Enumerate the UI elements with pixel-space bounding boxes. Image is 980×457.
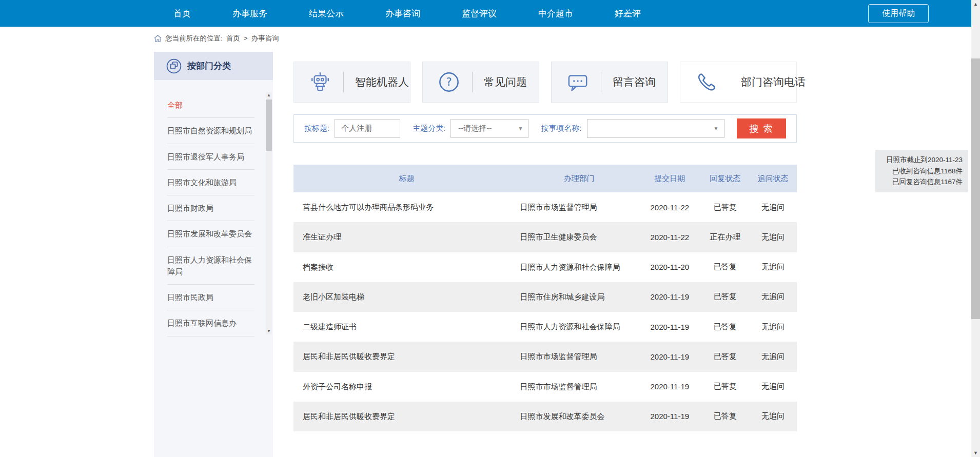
sidebar-item-6[interactable]: 日照市人力资源和社会保障局 <box>167 247 254 285</box>
cell-date: 2020-11-20 <box>638 254 701 280</box>
cell-reply: 已答复 <box>701 373 749 400</box>
nav-item-4[interactable]: 监督评议 <box>462 8 497 19</box>
table-row-2[interactable]: 档案接收日照市人力资源和社会保障局2020-11-20已答复无追问 <box>293 252 797 282</box>
cell-date: 2020-11-19 <box>638 404 701 429</box>
sidebar-item-0[interactable]: 全部 <box>167 92 254 118</box>
cell-follow: 无追问 <box>749 284 797 310</box>
topic-select-value: --请选择-- <box>458 124 492 133</box>
cell-reply: 已答复 <box>701 314 749 340</box>
page-scrollbar-thumb[interactable] <box>971 58 980 319</box>
scroll-down-icon[interactable]: ▼ <box>971 449 980 457</box>
quick-link-message[interactable]: 留言咨询 <box>551 62 668 103</box>
cell-date: 2020-11-22 <box>638 225 701 250</box>
quick-link-phone[interactable]: 部门咨询电话 <box>680 62 797 103</box>
chevron-down-icon: ▼ <box>518 126 523 131</box>
column-header-4: 追问状态 <box>749 174 797 184</box>
breadcrumb-current: 办事咨询 <box>251 34 279 43</box>
cell-reply: 正在办理 <box>701 224 749 250</box>
cell-follow: 无追问 <box>749 194 797 221</box>
cell-title[interactable]: 准生证办理 <box>293 222 520 252</box>
stats-line-replied: 已回复咨询信息1167件 <box>881 176 963 188</box>
quick-link-label: 部门咨询电话 <box>741 75 806 89</box>
stats-box: 日照市截止到2020-11-23 已收到咨询信息1168件 已回复咨询信息116… <box>875 150 968 192</box>
sidebar-scrollbar[interactable]: ▲ ▼ <box>266 92 272 334</box>
stats-line-date: 日照市截止到2020-11-23 <box>881 154 963 166</box>
cell-dept: 日照市市场监督管理局 <box>520 372 638 402</box>
cell-reply: 已答复 <box>701 403 749 429</box>
table-row-6[interactable]: 外资子公司名称申报日照市市场监督管理局2020-11-19已答复无追问 <box>293 372 797 402</box>
divider <box>601 72 601 92</box>
title-search-input[interactable] <box>335 119 400 138</box>
item-name-label: 按事项名称: <box>541 124 581 133</box>
nav-item-6[interactable]: 好差评 <box>615 8 641 19</box>
cell-title[interactable]: 二级建造师证书 <box>293 312 520 342</box>
cell-follow: 无追问 <box>749 403 797 429</box>
svg-text:?: ? <box>446 76 452 88</box>
sidebar-item-4[interactable]: 日照市财政局 <box>167 195 254 221</box>
search-button[interactable]: 搜 索 <box>737 118 786 138</box>
sidebar-title: 按部门分类 <box>187 60 231 72</box>
sidebar-item-3[interactable]: 日照市文化和旅游局 <box>167 170 254 195</box>
table-row-0[interactable]: 莒县什么地方可以办理商品条形码业务日照市市场监督管理局2020-11-22已答复… <box>293 192 797 222</box>
table-row-1[interactable]: 准生证办理日照市卫生健康委员会2020-11-22正在办理无追问 <box>293 222 797 252</box>
nav-item-3[interactable]: 办事咨询 <box>385 8 420 19</box>
nav-item-1[interactable]: 办事服务 <box>232 8 267 19</box>
cell-title[interactable]: 居民和非居民供暖收费界定 <box>293 342 520 371</box>
page-scrollbar[interactable]: ▲ ▼ <box>971 0 980 457</box>
cell-reply: 已答复 <box>701 194 749 221</box>
breadcrumb-prefix: 您当前所在的位置: <box>165 34 223 43</box>
cell-reply: 已答复 <box>701 284 749 310</box>
table-row-5[interactable]: 居民和非居民供暖收费界定日照市市场监督管理局2020-11-19已答复无追问 <box>293 342 797 371</box>
category-icon <box>166 58 182 74</box>
cell-dept: 日照市人力资源和社会保障局 <box>520 312 638 342</box>
sidebar-scroll-up-icon[interactable]: ▲ <box>266 92 272 98</box>
column-header-1: 办理部门 <box>520 174 638 184</box>
cell-reply: 已答复 <box>701 254 749 280</box>
table-row-7[interactable]: 居民和非居民供暖收费界定日照市发展和改革委员会2020-11-19已答复无追问 <box>293 402 797 431</box>
cell-title[interactable]: 老旧小区加装电梯 <box>293 282 520 312</box>
nav-item-2[interactable]: 结果公示 <box>309 8 344 19</box>
quick-link-smart-robot[interactable]: 智能机器人 <box>293 62 410 103</box>
nav-item-0[interactable]: 首页 <box>173 8 191 19</box>
cell-follow: 无追问 <box>749 373 797 400</box>
search-bar: 按标题: 主题分类: --请选择-- ▼ 按事项名称: ▼ 搜 索 <box>293 114 797 143</box>
cell-reply: 已答复 <box>701 344 749 370</box>
sidebar-item-1[interactable]: 日照市自然资源和规划局 <box>167 118 254 144</box>
cell-title[interactable]: 档案接收 <box>293 252 520 282</box>
cell-dept: 日照市市场监督管理局 <box>520 342 638 371</box>
nav-menu: 首页办事服务结果公示办事咨询监督评议中介超市好差评 <box>0 8 641 19</box>
cell-dept: 日照市卫生健康委员会 <box>520 222 638 252</box>
nav-item-5[interactable]: 中介超市 <box>538 8 573 19</box>
divider <box>472 72 473 92</box>
main-content: 智能机器人 ? 常见问题 留 <box>293 52 797 431</box>
divider <box>343 72 344 92</box>
table-row-3[interactable]: 老旧小区加装电梯日照市住房和城乡建设局2020-11-19已答复无追问 <box>293 282 797 312</box>
sidebar-item-8[interactable]: 日照市互联网信息办 <box>167 310 254 336</box>
breadcrumb-home-link[interactable]: 首页 <box>226 34 240 43</box>
cell-title[interactable]: 居民和非居民供暖收费界定 <box>293 402 520 431</box>
quick-link-faq[interactable]: ? 常见问题 <box>422 62 539 103</box>
cell-dept: 日照市人力资源和社会保障局 <box>520 252 638 282</box>
sidebar-department-filter: 按部门分类 全部日照市自然资源和规划局日照市退役军人事务局日照市文化和旅游局日照… <box>154 52 273 457</box>
cell-follow: 无追问 <box>749 224 797 250</box>
sidebar-list: 全部日照市自然资源和规划局日照市退役军人事务局日照市文化和旅游局日照市财政局日照… <box>154 92 273 336</box>
topic-select[interactable]: --请选择-- ▼ <box>450 119 528 138</box>
help-button[interactable]: 使用帮助 <box>868 4 929 23</box>
sidebar-item-5[interactable]: 日照市发展和改革委员会 <box>167 221 254 247</box>
sidebar-item-2[interactable]: 日照市退役军人事务局 <box>167 144 254 170</box>
cell-follow: 无追问 <box>749 254 797 280</box>
sidebar-scrollbar-thumb[interactable] <box>266 100 272 151</box>
column-header-2: 提交日期 <box>638 174 701 184</box>
cell-date: 2020-11-19 <box>638 314 701 340</box>
cell-date: 2020-11-19 <box>638 344 701 369</box>
scroll-up-icon[interactable]: ▲ <box>971 0 980 8</box>
table-row-4[interactable]: 二级建造师证书日照市人力资源和社会保障局2020-11-19已答复无追问 <box>293 312 797 342</box>
item-name-select[interactable]: ▼ <box>587 119 724 138</box>
quick-link-label: 常见问题 <box>484 75 527 89</box>
cell-title[interactable]: 莒县什么地方可以办理商品条形码业务 <box>293 192 520 222</box>
cell-title[interactable]: 外资子公司名称申报 <box>293 372 520 402</box>
sidebar-header: 按部门分类 <box>154 52 273 80</box>
sidebar-item-7[interactable]: 日照市民政局 <box>167 285 254 310</box>
table-header-row: 标题办理部门提交日期回复状态追问状态 <box>293 165 797 192</box>
sidebar-scroll-down-icon[interactable]: ▼ <box>266 328 272 334</box>
